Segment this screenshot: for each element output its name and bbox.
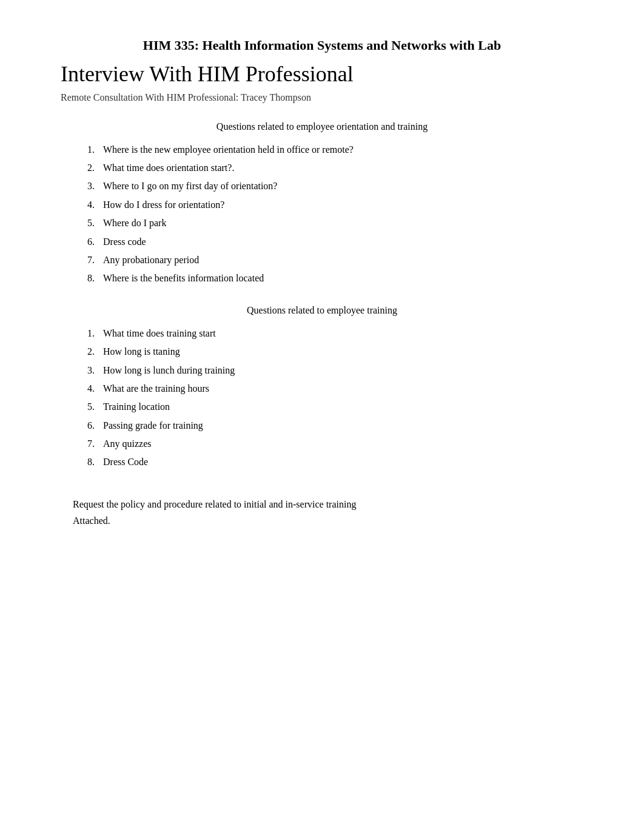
list-item: What are the training hours [97, 380, 583, 398]
footer-line1: Request the policy and procedure related… [73, 496, 583, 512]
footer-note: Request the policy and procedure related… [61, 496, 583, 529]
list-item: Any quizzes [97, 435, 583, 453]
list-item: Where is the benefits information locate… [97, 269, 583, 287]
list-item: Training location [97, 398, 583, 416]
course-title: HIM 335: Health Information Systems and … [61, 36, 583, 55]
list-item: What time does training start [97, 324, 583, 343]
doc-title: Interview With HIM Professional [61, 60, 583, 89]
list-item: What time does orientation start?. [97, 159, 583, 177]
list-item: Dress code [97, 233, 583, 251]
training-list: What time does training start How long i… [97, 324, 583, 472]
list-item: Where is the new employee orientation he… [97, 141, 583, 159]
list-item: How do I dress for orientation? [97, 196, 583, 214]
list-item: Where to I go on my first day of orienta… [97, 177, 583, 195]
training-section-header: Questions related to employee training [61, 305, 583, 316]
list-item: Where do I park [97, 214, 583, 232]
list-item: How long is ttaning [97, 343, 583, 361]
orientation-list: Where is the new employee orientation he… [97, 141, 583, 288]
subtitle: Remote Consultation With HIM Professiona… [61, 92, 583, 103]
orientation-section-header: Questions related to employee orientatio… [61, 121, 583, 132]
list-item: Passing grade for training [97, 417, 583, 435]
list-item: Any probationary period [97, 251, 583, 269]
footer-line2: Attached. [73, 512, 583, 529]
list-item: How long is lunch during training [97, 361, 583, 380]
list-item: Dress Code [97, 453, 583, 471]
